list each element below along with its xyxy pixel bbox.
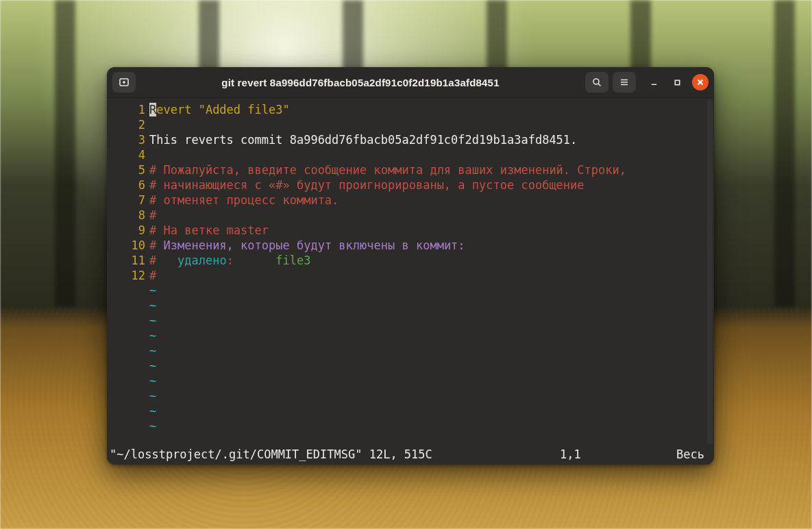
close-icon	[697, 79, 704, 86]
text-line: # начинающиеся с «#» будут проигнорирова…	[149, 177, 702, 193]
window-title: git revert 8a996dd76fbacb05a2df91c0f2d19…	[140, 77, 581, 88]
line-number: 5	[114, 162, 145, 177]
svg-point-3	[593, 79, 599, 84]
svg-rect-9	[675, 80, 679, 84]
tilde-line: ~	[149, 358, 702, 373]
editor-content[interactable]: Revert "Added file3" This reverts commit…	[149, 102, 711, 447]
line-number: 4	[114, 147, 145, 162]
tilde-line: ~	[149, 404, 702, 419]
tilde-line: ~	[149, 343, 702, 358]
text-line: # Пожалуйста, введите сообщение коммита …	[149, 162, 702, 177]
text-line: #	[149, 208, 702, 223]
empty-lines: ~ ~ ~ ~ ~ ~ ~ ~ ~ ~	[149, 283, 702, 434]
terminal-window: git revert 8a996dd76fbacb05a2df91c0f2d19…	[107, 67, 714, 465]
search-icon	[591, 77, 602, 88]
text-line	[149, 147, 702, 162]
text-line: # отменяет процесс коммита.	[149, 193, 702, 208]
svg-line-4	[598, 84, 601, 86]
text-line: This reverts commit 8a996dd76fbacb05a2df…	[149, 132, 702, 147]
new-tab-icon	[119, 77, 130, 88]
menu-button[interactable]	[613, 72, 636, 93]
tilde-line: ~	[149, 389, 702, 404]
line-number: 9	[114, 223, 145, 238]
line-number: 2	[114, 117, 145, 132]
minimize-button[interactable]	[645, 74, 662, 90]
close-button[interactable]	[692, 74, 709, 90]
text-line: Revert "Added file3"	[149, 102, 702, 117]
tilde-line: ~	[149, 373, 702, 389]
scrollbar[interactable]	[707, 99, 713, 444]
line-number: 10	[114, 238, 145, 253]
cursor: R	[149, 103, 156, 116]
minimize-icon	[650, 79, 658, 86]
text-line: # удалено: file3	[149, 253, 702, 268]
vim-editor[interactable]: 1 2 3 4 5 6 7 8 9 10 11 12 Revert "Added…	[110, 102, 711, 447]
line-number: 11	[114, 253, 145, 268]
new-tab-button[interactable]	[112, 72, 136, 93]
status-file: "~/losstproject/.git/COMMIT_EDITMSG" 12L…	[110, 447, 560, 462]
tilde-line: ~	[149, 328, 702, 343]
line-number: 12	[114, 268, 145, 283]
tilde-line: ~	[149, 419, 702, 434]
maximize-icon	[674, 79, 681, 86]
text-line: #	[149, 268, 702, 283]
window-controls	[645, 74, 709, 90]
line-number: 6	[114, 177, 145, 193]
tilde-line: ~	[149, 298, 702, 313]
status-percent: Весь	[676, 447, 711, 462]
hamburger-icon	[619, 77, 630, 88]
line-number: 3	[114, 132, 145, 147]
vim-statusline: "~/losstproject/.git/COMMIT_EDITMSG" 12L…	[110, 447, 711, 462]
line-number: 7	[114, 193, 145, 208]
status-position: 1,1	[560, 447, 676, 462]
search-button[interactable]	[585, 72, 608, 93]
line-number-gutter: 1 2 3 4 5 6 7 8 9 10 11 12	[110, 102, 149, 447]
text-line: # На ветке master	[149, 223, 702, 238]
tilde-line: ~	[149, 283, 702, 298]
tilde-line: ~	[149, 313, 702, 328]
line-number: 1	[114, 102, 145, 117]
titlebar[interactable]: git revert 8a996dd76fbacb05a2df91c0f2d19…	[107, 67, 714, 98]
terminal-body[interactable]: 1 2 3 4 5 6 7 8 9 10 11 12 Revert "Added…	[107, 98, 714, 465]
text-line	[149, 117, 702, 132]
maximize-button[interactable]	[669, 74, 685, 90]
text-line: # Изменения, которые будут включены в ко…	[149, 238, 702, 253]
line-number: 8	[114, 208, 145, 223]
